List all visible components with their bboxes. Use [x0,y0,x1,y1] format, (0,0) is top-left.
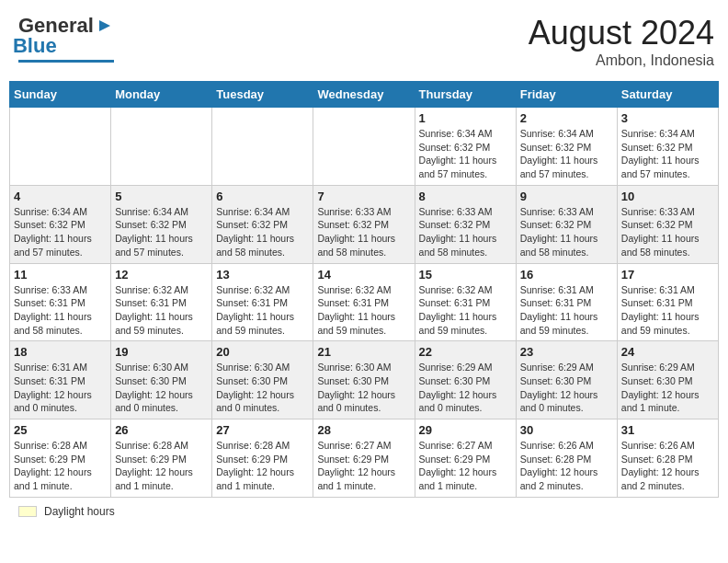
legend-color [18,506,37,517]
calendar-cell: 3Sunrise: 6:34 AM Sunset: 6:32 PM Daylig… [617,108,718,186]
day-info: Sunrise: 6:34 AM Sunset: 6:32 PM Dayligh… [520,127,613,181]
calendar-cell: 14Sunrise: 6:32 AM Sunset: 6:31 PM Dayli… [313,263,415,341]
calendar-cell: 17Sunrise: 6:31 AM Sunset: 6:31 PM Dayli… [617,263,718,341]
day-info: Sunrise: 6:32 AM Sunset: 6:31 PM Dayligh… [419,283,512,338]
day-number: 24 [621,345,714,359]
day-info: Sunrise: 6:28 AM Sunset: 6:29 PM Dayligh… [14,439,107,493]
day-of-week-header: Sunday [10,82,111,108]
day-number: 14 [317,268,410,282]
calendar-cell: 31Sunrise: 6:26 AM Sunset: 6:28 PM Dayli… [617,419,718,498]
day-number: 17 [621,268,714,282]
day-number: 10 [621,190,714,203]
day-number: 20 [216,345,309,359]
day-number: 25 [14,423,107,437]
day-info: Sunrise: 6:29 AM Sunset: 6:30 PM Dayligh… [621,361,714,415]
day-number: 16 [520,268,613,282]
day-number: 30 [520,423,613,437]
day-info: Sunrise: 6:32 AM Sunset: 6:31 PM Dayligh… [216,283,309,338]
day-number: 31 [621,423,714,437]
day-info: Sunrise: 6:28 AM Sunset: 6:29 PM Dayligh… [216,439,309,493]
day-of-week-header: Monday [111,82,212,108]
calendar-cell: 10Sunrise: 6:33 AM Sunset: 6:32 PM Dayli… [617,185,718,263]
day-number: 5 [115,190,208,203]
calendar-cell: 8Sunrise: 6:33 AM Sunset: 6:32 PM Daylig… [415,185,516,263]
calendar-cell: 5Sunrise: 6:34 AM Sunset: 6:32 PM Daylig… [111,185,212,263]
day-number: 8 [419,190,512,203]
day-info: Sunrise: 6:29 AM Sunset: 6:30 PM Dayligh… [419,361,512,415]
day-info: Sunrise: 6:33 AM Sunset: 6:32 PM Dayligh… [419,205,512,259]
calendar-cell: 11Sunrise: 6:33 AM Sunset: 6:31 PM Dayli… [10,263,111,341]
day-number: 6 [216,190,309,203]
day-info: Sunrise: 6:28 AM Sunset: 6:29 PM Dayligh… [115,439,208,493]
calendar-cell: 28Sunrise: 6:27 AM Sunset: 6:29 PM Dayli… [313,419,415,498]
day-info: Sunrise: 6:27 AM Sunset: 6:29 PM Dayligh… [317,439,410,493]
calendar-cell: 21Sunrise: 6:30 AM Sunset: 6:30 PM Dayli… [313,341,415,419]
day-info: Sunrise: 6:32 AM Sunset: 6:31 PM Dayligh… [317,283,410,338]
calendar-cell: 12Sunrise: 6:32 AM Sunset: 6:31 PM Dayli… [111,263,212,341]
day-info: Sunrise: 6:30 AM Sunset: 6:30 PM Dayligh… [216,361,309,415]
day-of-week-header: Wednesday [313,82,415,108]
calendar-week-row: 25Sunrise: 6:28 AM Sunset: 6:29 PM Dayli… [10,419,719,498]
day-number: 4 [14,190,107,203]
calendar-cell: 27Sunrise: 6:28 AM Sunset: 6:29 PM Dayli… [212,419,313,498]
day-info: Sunrise: 6:34 AM Sunset: 6:32 PM Dayligh… [14,205,107,259]
day-number: 15 [419,268,512,282]
day-info: Sunrise: 6:33 AM Sunset: 6:32 PM Dayligh… [520,205,613,259]
calendar-week-row: 11Sunrise: 6:33 AM Sunset: 6:31 PM Dayli… [10,263,719,341]
day-of-week-header: Saturday [617,82,718,108]
day-info: Sunrise: 6:27 AM Sunset: 6:29 PM Dayligh… [419,439,512,493]
calendar-cell: 6Sunrise: 6:34 AM Sunset: 6:32 PM Daylig… [212,185,313,263]
subtitle: Ambon, Indonesia [529,52,714,69]
title-area: August 2024 Ambon, Indonesia [529,14,714,69]
calendar-cell: 26Sunrise: 6:28 AM Sunset: 6:29 PM Dayli… [111,419,212,498]
calendar-week-row: 1Sunrise: 6:34 AM Sunset: 6:32 PM Daylig… [10,108,719,186]
calendar-cell: 19Sunrise: 6:30 AM Sunset: 6:30 PM Dayli… [111,341,212,419]
calendar-cell: 1Sunrise: 6:34 AM Sunset: 6:32 PM Daylig… [415,108,516,186]
calendar-cell: 29Sunrise: 6:27 AM Sunset: 6:29 PM Dayli… [415,419,516,498]
day-info: Sunrise: 6:31 AM Sunset: 6:31 PM Dayligh… [621,283,714,338]
logo: General General Blue [18,14,114,63]
day-number: 12 [115,268,208,282]
day-number: 19 [115,345,208,359]
day-number: 29 [419,423,512,437]
day-number: 2 [520,111,613,125]
day-info: Sunrise: 6:34 AM Sunset: 6:32 PM Dayligh… [419,127,512,181]
calendar-cell: 25Sunrise: 6:28 AM Sunset: 6:29 PM Dayli… [10,419,111,498]
main-title: August 2024 [529,14,714,52]
day-info: Sunrise: 6:26 AM Sunset: 6:28 PM Dayligh… [520,439,613,493]
calendar-week-row: 18Sunrise: 6:31 AM Sunset: 6:31 PM Dayli… [10,341,719,419]
day-number: 26 [115,423,208,437]
day-number: 7 [317,190,410,203]
calendar-cell: 22Sunrise: 6:29 AM Sunset: 6:30 PM Dayli… [415,341,516,419]
day-info: Sunrise: 6:33 AM Sunset: 6:32 PM Dayligh… [621,205,714,259]
calendar-cell: 4Sunrise: 6:34 AM Sunset: 6:32 PM Daylig… [10,185,111,263]
day-info: Sunrise: 6:32 AM Sunset: 6:31 PM Dayligh… [115,283,208,338]
calendar-table: SundayMondayTuesdayWednesdayThursdayFrid… [9,81,719,498]
day-of-week-header: Thursday [415,82,516,108]
day-number: 23 [520,345,613,359]
day-info: Sunrise: 6:30 AM Sunset: 6:30 PM Dayligh… [317,361,410,415]
logo-arrow-icon [96,17,114,35]
day-info: Sunrise: 6:34 AM Sunset: 6:32 PM Dayligh… [115,205,208,259]
legend: Daylight hours [9,505,719,518]
day-number: 3 [621,111,714,125]
calendar-cell [212,108,313,186]
calendar-cell: 30Sunrise: 6:26 AM Sunset: 6:28 PM Dayli… [516,419,617,498]
day-number: 22 [419,345,512,359]
day-number: 18 [14,345,107,359]
calendar-cell: 18Sunrise: 6:31 AM Sunset: 6:31 PM Dayli… [10,341,111,419]
header: General General Blue August 2024 Ambon, … [9,9,719,74]
calendar-cell: 20Sunrise: 6:30 AM Sunset: 6:30 PM Dayli… [212,341,313,419]
day-number: 1 [419,111,512,125]
calendar-cell [10,108,111,186]
svg-marker-0 [99,20,110,31]
day-of-week-header: Friday [516,82,617,108]
calendar-cell: 7Sunrise: 6:33 AM Sunset: 6:32 PM Daylig… [313,185,415,263]
calendar-cell [313,108,415,186]
calendar-cell: 23Sunrise: 6:29 AM Sunset: 6:30 PM Dayli… [516,341,617,419]
day-info: Sunrise: 6:29 AM Sunset: 6:30 PM Dayligh… [520,361,613,415]
calendar-cell: 9Sunrise: 6:33 AM Sunset: 6:32 PM Daylig… [516,185,617,263]
calendar-cell [111,108,212,186]
day-info: Sunrise: 6:26 AM Sunset: 6:28 PM Dayligh… [621,439,714,493]
legend-label: Daylight hours [44,505,115,518]
